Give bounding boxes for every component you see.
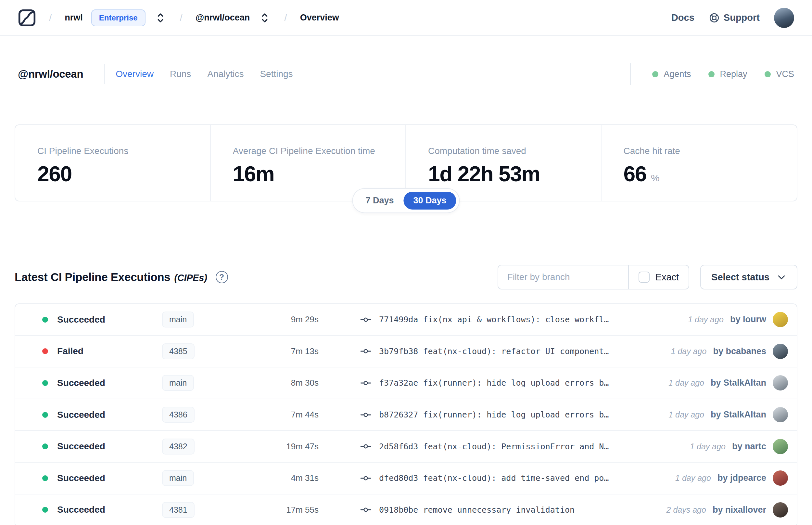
integration-replay[interactable]: Replay xyxy=(708,69,747,79)
user-avatar[interactable] xyxy=(774,8,794,28)
commit-message[interactable]: 3b79fb38 feat(nx-cloud): refactor UI com… xyxy=(379,347,609,356)
avatar xyxy=(773,407,788,422)
time-ago-label: 2 days ago xyxy=(667,505,706,515)
git-commit-icon xyxy=(360,409,371,420)
commit-message[interactable]: 2d58f6d3 feat(nx-cloud): PermissionError… xyxy=(379,442,609,451)
status-label: Succeeded xyxy=(48,378,162,388)
commit-cell: 2d58f6d3 feat(nx-cloud): PermissionError… xyxy=(319,441,690,452)
duration-label: 7m 44s xyxy=(250,410,319,420)
commit-message[interactable]: b8726327 fix(runner): hide log upload er… xyxy=(379,410,609,419)
cipe-table-row[interactable]: Succeeded main 4m 31s dfed80d3 feat(nx-c… xyxy=(15,463,797,494)
duration-label: 7m 13s xyxy=(250,346,319,356)
cipe-section-header: Latest CI Pipeline Executions(CIPEs) ? E… xyxy=(0,263,812,291)
commit-cell: dfed80d3 feat(nx-cloud): add time-saved … xyxy=(319,473,675,484)
status-dot xyxy=(42,380,48,386)
row-meta: 1 day ago by jdpearce xyxy=(675,470,788,486)
tab-overview[interactable]: Overview xyxy=(116,69,154,79)
range-7-days-button[interactable]: 7 Days xyxy=(356,192,403,210)
row-meta: 1 day ago by StalkAltan xyxy=(669,375,788,390)
cipe-table-row[interactable]: Succeeded main 8m 30s f37a32ae fix(runne… xyxy=(15,368,797,399)
branch-badge[interactable]: main xyxy=(162,375,194,391)
commit-cell: 0918b0be remove unnecessary invalidation xyxy=(319,504,667,515)
status-label: Succeeded xyxy=(48,505,162,515)
percent-suffix: % xyxy=(651,172,660,183)
status-dot xyxy=(42,317,48,322)
status-label: Failed xyxy=(48,346,162,356)
author-label: by StalkAltan xyxy=(711,410,766,420)
branch-badge[interactable]: 4386 xyxy=(162,407,195,423)
commit-message[interactable]: 771499da fix(nx-api & workflows): close … xyxy=(379,315,609,324)
status-label: Succeeded xyxy=(48,410,162,420)
org-selector-icon[interactable] xyxy=(154,12,167,24)
breadcrumb: / nrwl Enterprise / @nrwl/ocean / Overvi… xyxy=(18,9,339,27)
integration-vcs[interactable]: VCS xyxy=(765,69,794,79)
status-dot xyxy=(42,444,48,449)
time-ago-label: 1 day ago xyxy=(669,378,704,388)
support-link[interactable]: Support xyxy=(709,12,760,24)
cipe-filters: Exact Select status xyxy=(497,265,797,289)
row-meta: 1 day ago by StalkAltan xyxy=(669,407,788,422)
cipe-table-row[interactable]: Failed 4385 7m 13s 3b79fb38 feat(nx-clou… xyxy=(15,336,797,368)
breadcrumb-separator: / xyxy=(175,12,187,24)
branch-badge[interactable]: main xyxy=(162,470,194,486)
branch-filter-input[interactable] xyxy=(498,266,628,289)
branch-badge[interactable]: 4385 xyxy=(162,343,195,359)
branch-badge[interactable]: 4382 xyxy=(162,439,195,454)
time-ago-label: 1 day ago xyxy=(690,442,725,451)
docs-link[interactable]: Docs xyxy=(671,12,694,23)
commit-cell: f37a32ae fix(runner): hide log upload er… xyxy=(319,377,669,389)
duration-label: 4m 31s xyxy=(250,473,319,483)
breadcrumb-page: Overview xyxy=(300,13,339,23)
git-commit-icon xyxy=(360,473,371,484)
tab-runs[interactable]: Runs xyxy=(170,69,191,79)
row-meta: 1 day ago by lourw xyxy=(688,312,788,327)
branch-badge[interactable]: main xyxy=(162,312,194,328)
author-label: by nixallover xyxy=(713,505,766,515)
top-nav: Docs Support xyxy=(671,8,794,28)
cipe-table-row[interactable]: Succeeded 4381 17m 55s 0918b0be remove u… xyxy=(15,494,797,525)
status-dot-icon xyxy=(765,71,771,77)
help-icon[interactable]: ? xyxy=(216,271,228,283)
status-label: Succeeded xyxy=(48,441,162,452)
cipe-section-title: Latest CI Pipeline Executions(CIPEs) xyxy=(15,271,207,284)
avatar xyxy=(773,375,788,390)
tab-analytics[interactable]: Analytics xyxy=(207,69,244,79)
status-dot-icon xyxy=(708,71,715,77)
enterprise-badge[interactable]: Enterprise xyxy=(91,10,145,26)
commit-message[interactable]: 0918b0be remove unnecessary invalidation xyxy=(379,505,574,515)
commit-message[interactable]: f37a32ae fix(runner): hide log upload er… xyxy=(379,378,609,388)
cipe-table-row[interactable]: Succeeded 4382 19m 47s 2d58f6d3 feat(nx-… xyxy=(15,431,797,463)
breadcrumb-separator: / xyxy=(280,12,291,24)
cipe-table-row[interactable]: Succeeded 4386 7m 44s b8726327 fix(runne… xyxy=(15,399,797,431)
commit-message[interactable]: dfed80d3 feat(nx-cloud): add time-saved … xyxy=(379,473,609,483)
status-dot-icon xyxy=(652,71,658,77)
workspace-selector-icon[interactable] xyxy=(258,12,271,24)
time-ago-label: 1 day ago xyxy=(669,410,704,419)
commit-cell: 3b79fb38 feat(nx-cloud): refactor UI com… xyxy=(319,346,671,357)
tab-settings[interactable]: Settings xyxy=(260,69,293,79)
git-commit-icon xyxy=(360,314,371,325)
author-label: by StalkAltan xyxy=(711,378,766,388)
range-30-days-button[interactable]: 30 Days xyxy=(403,192,456,210)
top-bar: / nrwl Enterprise / @nrwl/ocean / Overvi… xyxy=(0,0,812,36)
time-ago-label: 1 day ago xyxy=(675,473,711,483)
integration-agents[interactable]: Agents xyxy=(652,69,691,79)
git-commit-icon xyxy=(360,441,371,452)
row-meta: 1 day ago by nartc xyxy=(690,439,788,454)
avatar xyxy=(773,470,788,486)
time-ago-label: 1 day ago xyxy=(688,315,724,324)
breadcrumb-org[interactable]: nrwl xyxy=(65,13,83,23)
branch-badge[interactable]: 4381 xyxy=(162,502,195,518)
nx-cloud-logo-icon[interactable] xyxy=(18,9,36,27)
select-status-button[interactable]: Select status xyxy=(700,265,797,289)
chevron-down-icon xyxy=(777,272,786,282)
branch-filter-group: Exact xyxy=(497,265,690,289)
author-label: by lourw xyxy=(730,314,766,325)
breadcrumb-workspace[interactable]: @nrwl/ocean xyxy=(196,13,250,23)
cipe-table-row[interactable]: Succeeded main 9m 29s 771499da fix(nx-ap… xyxy=(15,304,797,336)
git-commit-icon xyxy=(360,377,371,389)
cipe-title-suffix: (CIPEs) xyxy=(174,273,207,283)
exact-checkbox[interactable] xyxy=(639,272,649,283)
status-label: Succeeded xyxy=(48,473,162,483)
workspace-title: @nrwl/ocean xyxy=(18,68,83,80)
